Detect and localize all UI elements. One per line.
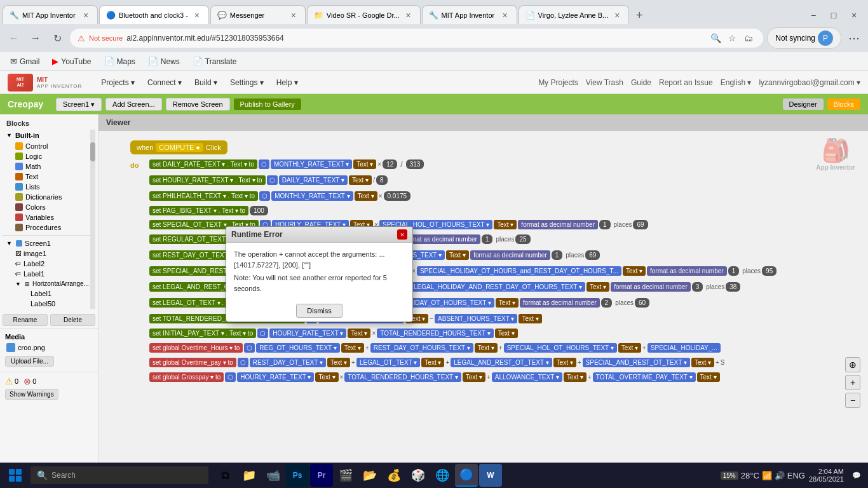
label2-item[interactable]: 🏷 Label2 xyxy=(11,259,90,269)
tab-mit-app-inventor-1[interactable]: 🔧 MIT App Inventor × xyxy=(3,5,98,24)
nav-connect[interactable]: Connect ▾ xyxy=(141,74,188,91)
forward-button[interactable]: → xyxy=(27,29,44,47)
logo-mit-text: MIT xyxy=(37,76,82,83)
taskbar-teams[interactable]: 📹 xyxy=(262,464,285,487)
view-trash-link[interactable]: View Trash xyxy=(586,78,623,87)
network-icon[interactable]: 📶 xyxy=(762,471,772,480)
category-text[interactable]: Text xyxy=(11,172,90,182)
language-selector[interactable]: English ▾ xyxy=(721,78,752,87)
blocks-canvas[interactable]: 🎒 App Inventor when COMPUTE ● Click do s… xyxy=(98,131,868,471)
taskbar-photoshop[interactable]: Ps xyxy=(286,464,309,487)
bookmark-youtube[interactable]: ▶ YouTube xyxy=(47,55,96,67)
taskbar-files[interactable]: 📂 xyxy=(358,464,381,487)
delete-button[interactable]: Delete xyxy=(50,314,95,326)
my-projects-link[interactable]: My Projects xyxy=(538,78,578,87)
more-options-button[interactable]: ⋯ xyxy=(845,29,863,47)
collections-icon[interactable]: 🗂 xyxy=(742,31,756,45)
screen1-item[interactable]: ▼ Screen1 xyxy=(3,238,90,248)
label1-inner-item[interactable]: Label1 xyxy=(27,288,90,299)
taskbar-chrome[interactable]: 🔵 xyxy=(455,464,478,487)
builtin-header[interactable]: ▼ Built-in xyxy=(3,130,90,141)
report-issue-link[interactable]: Report an Issue xyxy=(659,78,713,87)
start-button[interactable] xyxy=(3,463,28,488)
image1-item[interactable]: 🖼 image1 xyxy=(11,248,90,259)
guide-link[interactable]: Guide xyxy=(631,78,651,87)
volume-icon[interactable]: 🔊 xyxy=(775,471,785,480)
zoom-out-button[interactable]: − xyxy=(845,393,860,408)
zoom-target-button[interactable]: ⊕ xyxy=(845,357,860,372)
sync-button[interactable]: Not syncing P xyxy=(767,27,841,49)
dictionaries-color xyxy=(15,193,23,201)
tab-mit-app-inventor-2[interactable]: 🔧 MIT App Inventor × xyxy=(422,5,517,24)
bookmark-news[interactable]: 📄 News xyxy=(143,55,185,67)
tab-close-3[interactable]: × xyxy=(288,10,299,20)
tab-bluetooth[interactable]: 🔵 Bluetooth and clock3 - × xyxy=(99,5,209,24)
bookmark-translate[interactable]: 📄 Translate xyxy=(187,55,242,67)
taskbar-edge[interactable]: 🌐 xyxy=(431,464,454,487)
app-logo: MITAI2 MIT APP INVENTOR xyxy=(8,74,82,92)
upload-file-button[interactable]: Upload File... xyxy=(5,356,54,367)
publish-gallery-button[interactable]: Publish to Gallery xyxy=(234,98,301,110)
close-button[interactable]: × xyxy=(845,6,863,24)
taskbar-app8[interactable]: 💰 xyxy=(383,464,405,487)
tab-close-4[interactable]: × xyxy=(403,10,414,20)
tab-title-1: MIT App Inventor xyxy=(22,11,77,19)
star-icon[interactable]: ☆ xyxy=(725,31,739,45)
time-display[interactable]: 2:04 AM 28/05/2021 xyxy=(809,468,844,483)
nav-projects[interactable]: Projects ▾ xyxy=(95,74,141,91)
taskbar-app6[interactable]: 🎬 xyxy=(334,464,357,487)
category-lists[interactable]: Lists xyxy=(11,182,90,192)
tab-close-5[interactable]: × xyxy=(500,10,510,20)
error-count: 0 xyxy=(32,377,36,385)
reload-button[interactable]: ↻ xyxy=(48,29,66,47)
zoom-controls: ⊕ + − xyxy=(845,357,860,408)
category-colors[interactable]: Colors xyxy=(11,202,90,212)
label1-item[interactable]: 🏷 Label1 xyxy=(11,269,90,279)
screen1-children: 🖼 image1 🏷 Label2 🏷 Label1 ▼ xyxy=(3,248,90,309)
tab-video-sr[interactable]: 📁 Video SR - Google Dr... × xyxy=(307,5,421,24)
add-screen-button[interactable]: Add Screen... xyxy=(105,98,162,111)
label50-item[interactable]: Label50 xyxy=(27,299,90,309)
back-button[interactable]: ← xyxy=(5,29,23,47)
remove-screen-button[interactable]: Remove Screen xyxy=(166,98,230,111)
taskbar-app9[interactable]: 🎲 xyxy=(407,464,430,487)
bookmark-maps[interactable]: 📄 Maps xyxy=(99,55,140,67)
tab-close-1[interactable]: × xyxy=(81,10,91,20)
dismiss-button[interactable]: Dismiss xyxy=(296,304,342,318)
tab-close-6[interactable]: × xyxy=(612,10,622,20)
user-account[interactable]: lyzannvirgobaol@gmail.com ▾ xyxy=(759,78,860,87)
designer-button[interactable]: Designer xyxy=(783,98,824,110)
taskbar-task-view[interactable]: ⧉ xyxy=(214,464,236,487)
taskbar-premiere[interactable]: Pr xyxy=(310,464,333,487)
tab-messenger[interactable]: 💬 Messenger × xyxy=(210,5,306,24)
nav-build[interactable]: Build ▾ xyxy=(188,74,224,91)
category-dictionaries[interactable]: Dictionaries xyxy=(11,192,90,202)
tab-virgo[interactable]: 📄 Virgo, Lyzlee Anne B... × xyxy=(519,5,630,24)
dialog-close-button[interactable]: × xyxy=(397,229,407,240)
sidebar-scrollbar[interactable] xyxy=(90,130,95,309)
nav-help[interactable]: Help ▾ xyxy=(270,74,304,91)
search-icon[interactable]: 🔍 xyxy=(709,31,722,45)
zoom-in-button[interactable]: + xyxy=(845,375,860,390)
notifications-button[interactable]: 💬 xyxy=(848,466,865,484)
taskbar-word[interactable]: W xyxy=(479,464,502,487)
rename-button[interactable]: Rename xyxy=(3,314,48,326)
url-bar[interactable]: ⚠ Not secure ai2.appinnventor.mit.edu/#5… xyxy=(70,29,763,48)
category-procedures[interactable]: Procedures xyxy=(11,222,90,233)
horiz-arr-item[interactable]: ▼ ⊞ HorizontalArrange... xyxy=(11,279,90,288)
maximize-button[interactable]: □ xyxy=(825,6,843,24)
category-control[interactable]: Control xyxy=(11,141,90,151)
category-logic[interactable]: Logic xyxy=(11,151,90,161)
minimize-button[interactable]: − xyxy=(804,6,822,24)
new-tab-button[interactable]: + xyxy=(630,6,648,24)
category-math[interactable]: Math xyxy=(11,161,90,172)
taskbar-search-bar[interactable]: 🔍 Search xyxy=(31,466,208,484)
blocks-button[interactable]: Blocks xyxy=(827,98,860,110)
tab-close-2[interactable]: × xyxy=(192,10,202,20)
taskbar-file-explorer[interactable]: 📁 xyxy=(238,464,261,487)
nav-settings[interactable]: Settings ▾ xyxy=(224,74,270,91)
category-variables[interactable]: Variables xyxy=(11,212,90,222)
bookmark-gmail[interactable]: ✉ Gmail xyxy=(5,55,44,67)
show-warnings-button[interactable]: Show Warnings xyxy=(5,389,58,400)
screen-dropdown-button[interactable]: Screen1 ▾ xyxy=(56,98,102,111)
